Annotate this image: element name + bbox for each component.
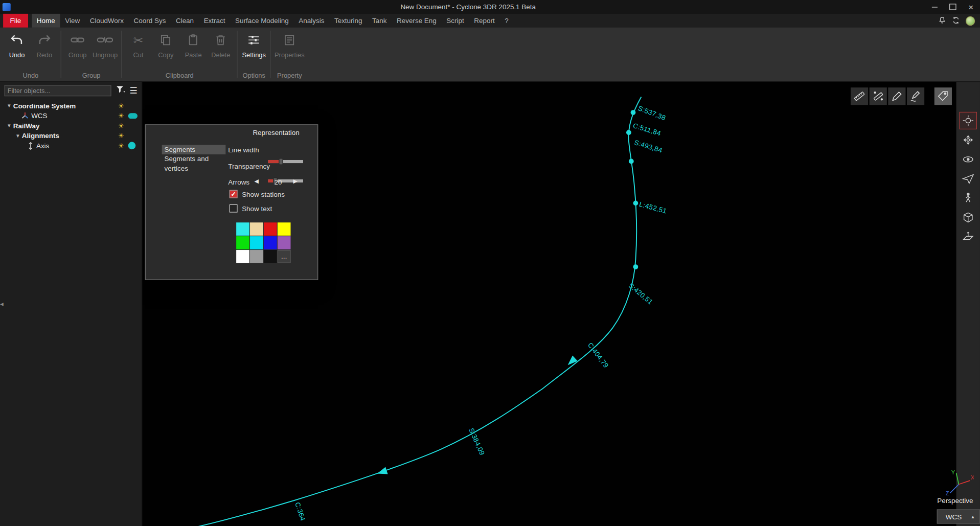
measure-point-button[interactable] [870,87,887,105]
settings-button[interactable]: Settings [240,32,268,59]
tree-item-wcs[interactable]: WCS ☀ [0,110,142,121]
list-item-segments[interactable]: Segments [162,145,226,154]
ungroup-button[interactable]: Ungroup [91,32,119,59]
color-swatch[interactable] [236,222,249,236]
expander-icon[interactable]: ▼ [5,103,13,108]
line-width-slider[interactable] [268,160,303,163]
curve-vertex[interactable] [631,110,636,115]
close-icon: × [968,3,973,11]
freehand-annotation-button[interactable] [907,87,924,105]
arrows-decrement-icon[interactable]: ◀ [255,179,259,185]
curve-vertex[interactable] [633,200,638,205]
cut-button[interactable]: ✂ Cut [125,32,152,59]
ungroup-label: Ungroup [93,51,118,59]
tree-item-alignments[interactable]: ▼ Alignments ☀ [0,131,142,141]
expander-icon[interactable]: ▼ [5,123,13,128]
show-stations-checkbox[interactable]: ✓ [230,190,238,198]
color-swatch[interactable] [250,250,263,263]
annotation-pencil-button[interactable] [888,87,905,105]
expander-icon[interactable]: ▼ [14,133,22,139]
close-button[interactable]: × [962,0,980,14]
list-item-segments-and-vertices[interactable]: Segments and vertices [162,154,226,164]
station-label: S:537,38 [637,104,667,122]
user-avatar-icon[interactable] [966,16,975,25]
tree-item-coordinate-system[interactable]: ▼ Coordinate System ☀ [0,101,142,111]
curve-vertex[interactable] [633,264,638,269]
notifications-bell-icon[interactable] [938,16,946,25]
delete-button[interactable]: Delete [207,32,235,59]
tab-analysis[interactable]: Analysis [293,14,329,28]
wcs-axes-icon [21,112,29,120]
center-view-button[interactable] [960,131,977,149]
sync-icon[interactable] [952,16,960,25]
redo-button[interactable]: Redo [31,32,58,59]
color-swatch[interactable] [278,236,291,249]
visibility-light-icon[interactable]: ☀ [118,102,124,109]
color-swatch[interactable] [236,236,249,249]
curve-vertex[interactable] [626,130,631,135]
tab-view[interactable]: View [60,14,84,28]
navigation-toolbar [956,82,980,526]
properties-sheet-icon [283,32,295,48]
view-cube-button[interactable] [960,209,977,226]
maximize-button[interactable] [944,0,962,14]
viewport-3d[interactable]: S:537,38C:511,84S:493,84L:452,51S:420,51… [143,82,980,526]
section-plane-button[interactable] [960,228,977,245]
tab-texturing[interactable]: Texturing [329,14,367,28]
tab-reverse-eng[interactable]: Reverse Eng [392,14,441,28]
visibility-light-icon[interactable]: ☀ [118,142,124,149]
tab-cloudworx[interactable]: CloudWorx [85,14,129,28]
tab-clean[interactable]: Clean [171,14,199,28]
filter-funnel-icon[interactable] [116,85,125,96]
properties-button[interactable]: Properties [274,32,306,59]
filter-objects-input[interactable] [5,85,112,96]
visibility-light-icon[interactable]: ☀ [118,122,124,129]
tab-surface-modeling[interactable]: Surface Modeling [230,14,293,28]
arrows-increment-icon[interactable]: ▶ [293,179,297,185]
wcs-color-toggle[interactable] [128,113,137,119]
curve-vertex[interactable] [629,159,634,164]
color-swatch[interactable] [250,236,263,249]
undo-button[interactable]: Undo [3,32,31,59]
walk-mode-button[interactable] [960,189,977,207]
tab-help[interactable]: ? [499,14,513,28]
paste-button[interactable]: Paste [179,32,207,59]
tab-script[interactable]: Script [442,14,469,28]
panel-collapse-icon[interactable]: ◂ [0,301,4,307]
coordinate-system-dropdown[interactable]: WCS ▲ [937,509,980,523]
measure-distance-button[interactable] [851,87,868,105]
tab-home[interactable]: Home [32,14,60,28]
tree-item-label: WCS [31,112,47,120]
tree-item-axis[interactable]: Axis ☀ [0,141,142,151]
minimize-button[interactable] [926,0,944,14]
color-swatch[interactable] [264,236,277,249]
label-tag-button[interactable] [935,87,952,105]
color-swatch[interactable] [264,222,277,236]
visibility-light-icon[interactable]: ☀ [118,132,124,139]
group-button[interactable]: Group [64,32,92,59]
color-swatch[interactable] [236,250,249,263]
show-text-checkbox[interactable] [230,204,238,213]
tree-item-railway[interactable]: ▼ RailWay ☀ [0,121,142,131]
eye-view-button[interactable] [960,151,977,168]
file-menu-button[interactable]: File [3,14,28,28]
axis-gizmo[interactable]: Y X Z [944,468,974,497]
orbit-tool-button[interactable] [960,112,977,129]
tab-coord-sys[interactable]: Coord Sys [129,14,171,28]
tree-item-label: Coordinate System [13,102,76,109]
tab-report[interactable]: Report [469,14,500,28]
tab-extract[interactable]: Extract [199,14,230,28]
explorer-menu-icon[interactable]: ☰ [130,86,138,95]
more-colors-button[interactable]: … [278,250,291,263]
visibility-light-icon[interactable]: ☀ [118,112,124,119]
copy-button[interactable]: Copy [152,32,179,59]
paste-label: Paste [185,51,202,59]
ribbon-separator [270,31,270,78]
color-swatch[interactable] [278,222,291,236]
tab-tank[interactable]: Tank [367,14,392,28]
color-swatch[interactable] [264,250,277,263]
fly-mode-button[interactable] [960,170,977,188]
settings-label: Settings [242,51,265,59]
color-swatch[interactable] [250,222,263,236]
axis-color-chip[interactable] [128,142,135,150]
